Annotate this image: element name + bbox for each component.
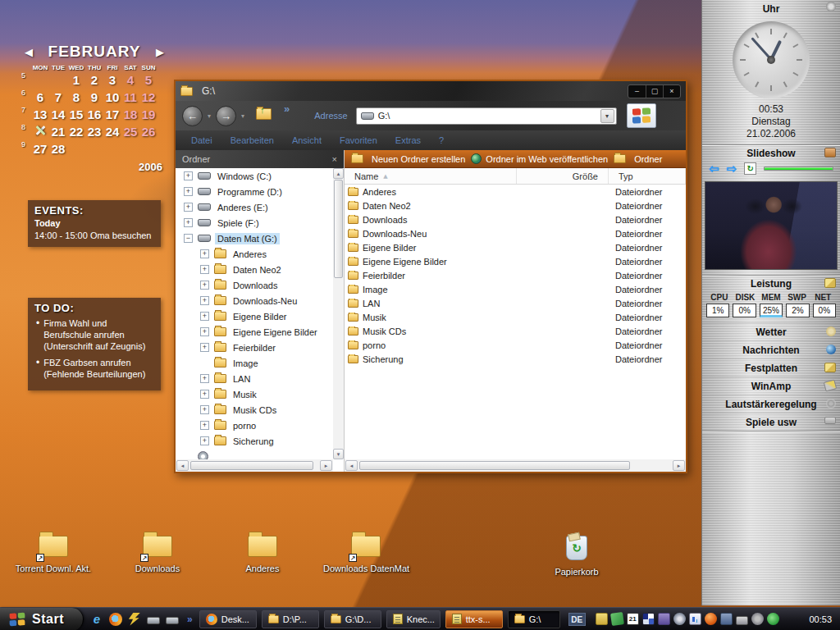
expand-toggle[interactable]: + xyxy=(200,265,209,274)
computers-icon[interactable] xyxy=(720,613,733,625)
tree-item[interactable]: +Downloads-Neu xyxy=(176,293,333,308)
calendar-day[interactable]: 8 xyxy=(67,90,85,104)
tree-horizontal-scrollbar[interactable]: ◂ ▸ xyxy=(176,459,333,472)
drive-icon[interactable] xyxy=(147,617,160,624)
volume-tray-icon[interactable] xyxy=(751,613,764,625)
expand-toggle[interactable]: + xyxy=(200,343,209,352)
tree-item[interactable]: +Spiele (F:) xyxy=(176,215,333,231)
calendar-day[interactable]: 28 xyxy=(49,142,67,156)
expand-toggle[interactable]: + xyxy=(184,171,193,180)
drive-icon[interactable] xyxy=(166,617,179,624)
menu-item-datei[interactable]: Datei xyxy=(184,134,220,147)
tree-item[interactable]: −Daten Mat (G:) xyxy=(176,231,333,246)
folders-close-icon[interactable]: × xyxy=(332,154,337,164)
taskbar-button-3[interactable]: Knec... xyxy=(386,610,441,628)
desktop-icon-downloadsdatenmat[interactable]: ↗Downloads DatenMat xyxy=(323,536,409,573)
expand-toggle[interactable]: + xyxy=(200,390,209,399)
tree-item[interactable]: +LAN xyxy=(176,371,333,386)
menu-item-extras[interactable]: Extras xyxy=(388,134,428,147)
calendar-day[interactable]: 23 xyxy=(85,125,103,139)
tree-item[interactable]: +Eigene Bilder xyxy=(176,308,333,324)
expand-toggle[interactable]: + xyxy=(184,218,193,227)
expand-toggle[interactable]: + xyxy=(184,203,193,212)
calendar-day[interactable]: 10 xyxy=(103,90,121,104)
menu-item-favoriten[interactable]: Favoriten xyxy=(332,134,385,147)
gear-icon[interactable] xyxy=(673,613,686,625)
scroll-thumb[interactable] xyxy=(334,180,343,278)
sidebar-section-wetter[interactable]: Wetter xyxy=(702,322,840,340)
column-header-name[interactable]: Name▲ xyxy=(345,168,517,184)
update-icon[interactable] xyxy=(767,613,779,625)
tree-item[interactable]: +Anderes (E:) xyxy=(176,199,333,215)
scroll-up-button[interactable]: ▴ xyxy=(333,168,344,179)
desktop-icon-torrentdownlakt[interactable]: ↗Torrent Downl. Akt. xyxy=(11,536,96,573)
maximize-button[interactable]: ▢ xyxy=(646,85,663,98)
menu-item-ansicht[interactable]: Ansicht xyxy=(285,134,329,147)
desktop-icon-papierkorb[interactable]: ↻Papierkorb xyxy=(534,536,619,577)
calendar-today[interactable]: 21 xyxy=(49,125,67,139)
tree-item[interactable]: +Feierbilder xyxy=(176,340,333,355)
sidebar-section-spieleusw[interactable]: Spiele usw xyxy=(702,413,840,431)
back-button[interactable]: ← xyxy=(182,106,203,126)
sidebar-section-lautstrkeregelung[interactable]: Lautstärkeregelung xyxy=(702,395,840,413)
calendar-day[interactable]: 14 xyxy=(49,107,67,121)
column-header-gre[interactable]: Größe xyxy=(517,168,609,184)
expand-toggle[interactable]: + xyxy=(200,249,209,258)
slideshow-section-title[interactable]: Slideshow xyxy=(746,148,795,159)
expand-toggle[interactable]: + xyxy=(200,405,209,414)
scroll-left-button[interactable]: ◂ xyxy=(176,460,189,471)
expand-toggle[interactable]: − xyxy=(184,234,193,243)
tree-item[interactable]: +porno xyxy=(176,418,333,433)
scroll-thumb[interactable] xyxy=(190,461,313,470)
winamp-icon[interactable] xyxy=(128,613,141,626)
tree-item[interactable]: +Programme (D:) xyxy=(176,184,333,199)
file-row[interactable]: Eigene BilderDateiordner xyxy=(345,240,686,254)
start-button[interactable]: Start xyxy=(0,608,84,630)
close-button[interactable]: × xyxy=(663,85,680,98)
taskbar-button-5[interactable]: G:\ xyxy=(508,610,560,628)
expand-toggle[interactable]: + xyxy=(184,187,193,196)
tree-item[interactable]: Image xyxy=(176,355,333,371)
calendar-day[interactable]: 19 xyxy=(139,107,158,121)
menu-item-bearbeiten[interactable]: Bearbeiten xyxy=(223,134,281,147)
organizer-icon[interactable] xyxy=(596,613,608,625)
calendar-day[interactable]: 22 xyxy=(67,125,85,139)
calendar-prev-month[interactable]: ◀ xyxy=(25,46,33,58)
calendar-day[interactable]: 2 xyxy=(85,73,103,87)
calendar-next-month[interactable]: ▶ xyxy=(156,46,164,58)
toolbar-overflow-chevron[interactable]: » xyxy=(284,103,290,115)
file-row[interactable]: pornoDateiordner xyxy=(345,338,686,352)
performance-section-title[interactable]: Leistung xyxy=(751,278,792,290)
firefox-icon[interactable] xyxy=(109,613,122,626)
calendar-day[interactable]: 27 xyxy=(31,142,49,156)
slideshow-next-button[interactable]: ⇨ xyxy=(727,163,737,175)
folder-task-button[interactable]: Ordner im Web veröffentlichen xyxy=(471,153,608,164)
calendar-day[interactable]: 11 xyxy=(121,90,139,104)
desktop-icon-downloads[interactable]: ↗Downloads xyxy=(115,536,200,573)
calendar-day[interactable]: 16 xyxy=(85,107,103,121)
forward-dropdown-icon[interactable]: ▾ xyxy=(241,112,244,120)
list-horizontal-scrollbar[interactable]: ◂ ▸ xyxy=(345,459,686,472)
monitors-icon[interactable] xyxy=(658,613,670,625)
printer-icon[interactable] xyxy=(736,616,748,625)
slideshow-prev-button[interactable]: ⇦ xyxy=(709,163,719,175)
scroll-right-button[interactable]: ▸ xyxy=(673,460,685,471)
calendar-day[interactable]: 6 xyxy=(31,90,49,104)
sticky-note-icon[interactable] xyxy=(610,612,624,626)
file-row[interactable]: ImageDateiordner xyxy=(345,282,686,296)
up-button[interactable]: ↑ xyxy=(256,108,276,123)
sidebar-section-winamp[interactable]: WinAmp xyxy=(702,377,840,395)
expand-toggle[interactable]: + xyxy=(200,281,209,290)
calendar-day[interactable]: 26 xyxy=(139,125,158,139)
file-row[interactable]: MusikDateiordner xyxy=(345,310,686,324)
taskbar-button-0[interactable]: Desk... xyxy=(199,610,257,628)
sidebar-section-nachrichten[interactable]: Nachrichten xyxy=(702,340,840,358)
forward-button[interactable]: → xyxy=(216,106,236,126)
file-row[interactable]: FeierbilderDateiordner xyxy=(345,268,686,282)
tree-item[interactable]: +Anderes xyxy=(176,246,333,262)
expand-toggle[interactable]: + xyxy=(200,374,209,383)
expand-toggle[interactable]: + xyxy=(200,421,209,430)
scroll-left-button[interactable]: ◂ xyxy=(345,460,358,471)
scroll-down-button[interactable]: ▾ xyxy=(333,449,344,459)
file-row[interactable]: LANDateiordner xyxy=(345,296,686,310)
